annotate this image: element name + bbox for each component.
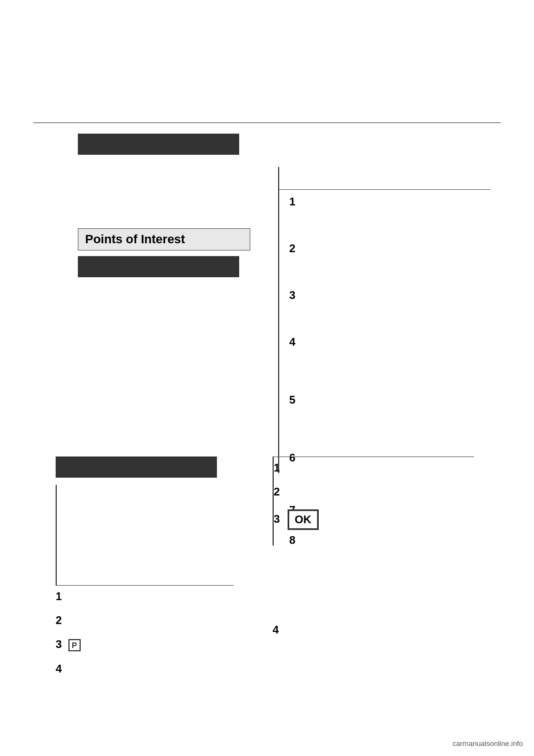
list-item: 3: [289, 288, 295, 302]
top-divider-line: [33, 122, 501, 123]
list-item: 4: [289, 335, 295, 348]
list-item: 1: [274, 462, 495, 474]
bottom-left-list: 1 2 3 P 4: [56, 590, 245, 675]
bottom-right-horizontal-line: [274, 456, 474, 457]
list-item-number: 2: [274, 485, 280, 498]
bottom-left-horizontal-line: [56, 585, 234, 586]
list-item: 1: [56, 590, 245, 603]
poi-label: Points of Interest: [78, 228, 250, 251]
list-item-number: 1: [289, 195, 295, 208]
list-item: 1: [289, 195, 295, 208]
list-item: 2: [274, 485, 495, 498]
poi-dark-bar: [78, 256, 239, 277]
list-item: 2: [56, 614, 245, 627]
bottom-left-vertical-line: [56, 485, 57, 585]
list-item: 3 P: [56, 638, 245, 651]
list-item-4-bottom: 4: [273, 624, 279, 636]
list-item-number: 2: [56, 614, 62, 626]
bottom-left-section: 1 2 3 P 4: [56, 456, 245, 686]
right-horizontal-line: [279, 189, 491, 190]
list-item-number: 3: [274, 513, 280, 525]
list-item-number: 3: [56, 638, 62, 650]
list-item-number: 5: [289, 394, 295, 406]
ok-button[interactable]: OK: [288, 509, 319, 530]
list-item-number: 1: [56, 590, 62, 602]
list-item: 5: [289, 393, 295, 406]
list-item-number: 4: [273, 624, 279, 636]
bottom-left-dark-bar: [56, 456, 217, 478]
list-item-number: 4: [56, 662, 62, 675]
list-item-number: 4: [289, 336, 295, 348]
p-icon: P: [68, 639, 81, 651]
poi-section: Points of Interest: [78, 228, 250, 277]
list-item-number: 3: [289, 289, 295, 301]
top-left-dark-bar: [78, 134, 239, 159]
bottom-right-section: 1 2 3 OK: [273, 456, 495, 546]
page: Points of Interest 1 2 3 4 5: [0, 0, 534, 756]
bottom-right-list: 1 2 3 OK: [274, 462, 495, 530]
list-item-number: 1: [274, 462, 280, 474]
list-item-number: 2: [289, 242, 295, 254]
list-item: 3 OK: [274, 509, 495, 530]
right-vertical-line: [278, 167, 279, 473]
list-item: 4: [56, 662, 245, 675]
list-item: 2: [289, 242, 295, 255]
watermark: carmanualsonline.info: [453, 739, 523, 748]
